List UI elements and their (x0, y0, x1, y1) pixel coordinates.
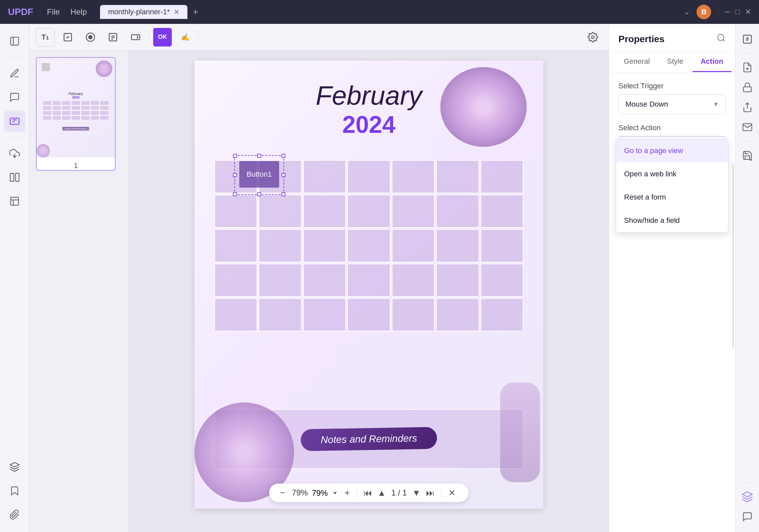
cal-cell-28 (481, 264, 523, 297)
maximize-btn[interactable]: □ (735, 8, 740, 16)
dropdown-item-reset-form[interactable]: Reset a form (616, 186, 728, 209)
resize-handle-bl[interactable] (233, 192, 237, 196)
toolbar: T₁ OK ✍ (29, 24, 609, 50)
right-updf-icon[interactable] (739, 488, 756, 505)
trigger-arrow-icon: ▼ (713, 101, 719, 108)
radio-tool[interactable] (81, 28, 100, 46)
checkbox-tool[interactable] (58, 28, 77, 46)
title-bar: UPDF File Help monthly-planner-1* ✕ + ⌄ … (0, 0, 759, 24)
right-save-cloud-icon[interactable] (739, 147, 756, 164)
tab-action[interactable]: Action (693, 52, 731, 72)
cal-cell-31 (303, 298, 346, 331)
cal-cell-25 (347, 264, 390, 297)
right-chat-icon[interactable] (739, 508, 756, 525)
minimize-btn[interactable]: ─ (725, 8, 730, 16)
zoom-select[interactable]: 79%50%75%100%125%150% (310, 488, 338, 498)
resize-handle-br[interactable] (281, 192, 285, 196)
action-label: Select Action (618, 124, 726, 132)
sidebar-div2 (7, 137, 23, 137)
zoom-in-btn[interactable]: + (344, 488, 350, 498)
right-protect-icon[interactable] (739, 79, 756, 96)
cal-cell-21 (481, 229, 523, 262)
close-btn[interactable]: ✕ (745, 8, 751, 16)
active-tab[interactable]: monthly-planner-1* ✕ (100, 5, 187, 19)
list-tool[interactable] (104, 28, 122, 46)
menu-file[interactable]: File (47, 7, 60, 17)
flower-br (500, 383, 540, 482)
cal-cell-14 (481, 195, 523, 228)
signature-tool[interactable]: ✍ (176, 28, 194, 46)
tabs-dropdown[interactable]: ⌄ (684, 8, 690, 16)
div2 (718, 5, 718, 19)
dropdown-item-page-view[interactable]: Go to a page view (616, 139, 728, 162)
sidebar-icon-template[interactable] (4, 191, 25, 212)
right-email-icon[interactable] (739, 119, 756, 136)
tab-label: monthly-planner-1* (108, 8, 170, 16)
sidebar-icon-layers[interactable] (4, 456, 25, 478)
right-bottom (739, 480, 756, 525)
next-page-btn[interactable]: ▼ (412, 488, 421, 498)
button-tool[interactable]: OK (153, 28, 172, 46)
doc-area[interactable]: February 2024 Button1 (129, 50, 609, 532)
combo-tool[interactable] (126, 28, 145, 46)
cal-cell-15 (214, 229, 257, 262)
sidebar-icon-edit[interactable] (4, 63, 25, 84)
resize-handle-tl[interactable] (233, 154, 237, 158)
sidebar-icon-attach[interactable] (4, 504, 25, 525)
right-share-icon[interactable] (739, 99, 756, 116)
calendar-header: February 2024 (316, 80, 422, 138)
button1-container[interactable]: Button1 (234, 155, 284, 195)
sidebar-icon-comment[interactable] (4, 87, 25, 108)
tab-close-btn[interactable]: ✕ (174, 8, 179, 16)
resize-handle-ml[interactable] (233, 173, 237, 177)
tab-style[interactable]: Style (659, 52, 691, 72)
right-ocr-icon[interactable] (739, 31, 756, 48)
title-divider (40, 5, 40, 19)
zoom-out-btn[interactable]: − (280, 488, 285, 498)
dropdown-item-show-hide[interactable]: Show/hide a field (616, 209, 728, 232)
tab-general[interactable]: General (616, 52, 658, 72)
sidebar-icon-form[interactable] (4, 111, 25, 132)
sidebar-icon-pages[interactable] (4, 31, 25, 52)
panel-scrollbar[interactable] (732, 164, 734, 348)
thumb-notes-area: Notes and Reminders (62, 122, 89, 132)
form-settings-btn[interactable] (584, 28, 602, 46)
center-area: T₁ OK ✍ (29, 24, 609, 532)
resize-handle-bc[interactable] (257, 192, 261, 196)
panel-search-icon[interactable] (716, 33, 726, 45)
calendar-month-title: February (316, 80, 422, 111)
sidebar-icon-bookmark[interactable] (4, 480, 25, 501)
window-controls: ─ □ ✕ (725, 8, 751, 16)
trigger-label: Select Trigger (618, 82, 726, 90)
sidebar-div1 (7, 57, 23, 57)
resize-handle-tr[interactable] (281, 154, 285, 158)
right-div2 (741, 141, 754, 141)
panel-title: Properties (618, 34, 665, 44)
resize-handle-mr[interactable] (281, 173, 285, 177)
button1[interactable]: Button1 (239, 161, 279, 188)
dropdown-item-web-link[interactable]: Open a web link (616, 162, 728, 186)
cal-cell-23 (259, 264, 301, 297)
sidebar-icon-compare[interactable] (4, 167, 25, 188)
thumb-content: February 2024 Notes and Reminders (37, 58, 115, 157)
close-toolbar-btn[interactable]: ✕ (448, 488, 456, 498)
trigger-select[interactable]: Mouse Down ▼ (618, 94, 726, 114)
right-extract-icon[interactable] (739, 59, 756, 76)
last-page-btn[interactable]: ⏭ (426, 488, 435, 498)
svg-rect-7 (15, 173, 19, 181)
cal-cell-27 (436, 264, 479, 297)
page-indicator: 1 / 1 (391, 488, 407, 497)
first-page-btn[interactable]: ⏮ (364, 488, 372, 498)
page-thumbnail-1[interactable]: February 2024 Notes and Reminders (36, 57, 116, 171)
thumb-flower-tr (96, 60, 112, 77)
prev-page-btn[interactable]: ▲ (378, 488, 386, 498)
sidebar-icon-export[interactable] (4, 143, 25, 164)
bottom-div1 (357, 488, 357, 498)
resize-handle-tc[interactable] (257, 154, 261, 158)
text-field-tool[interactable]: T₁ (36, 28, 54, 46)
thumb-flower-bl (37, 144, 50, 157)
cal-cell-13 (436, 195, 479, 228)
svg-marker-28 (742, 492, 752, 497)
menu-help[interactable]: Help (70, 7, 87, 17)
new-tab-btn[interactable]: + (193, 7, 198, 17)
